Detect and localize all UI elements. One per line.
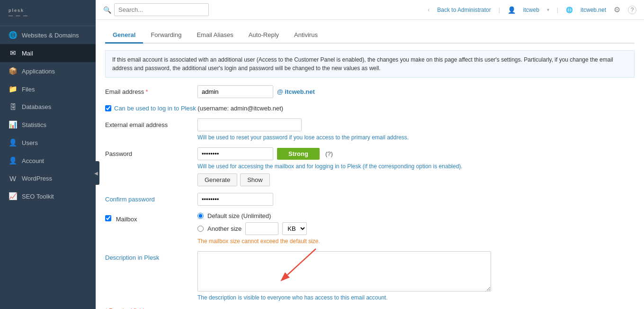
tab-general[interactable]: General: [105, 27, 143, 44]
external-email-hint: Will be used to reset your password if y…: [197, 134, 635, 141]
info-box: If this email account is associated with…: [105, 50, 635, 78]
external-email-row: External email address Will be used to r…: [105, 118, 635, 141]
description-hint: The description is visible to everyone w…: [197, 294, 635, 301]
mailbox-default-row: Default size (Unlimited): [197, 212, 635, 219]
mailbox-size-input[interactable]: [245, 222, 278, 235]
tab-bar: General Forwarding Email Aliases Auto-Re…: [105, 27, 635, 44]
sidebar: plesk — — — 🌐 Websites & Domains ✉ Mail …: [0, 0, 96, 309]
sidebar-label: Files: [22, 86, 35, 93]
sidebar-label: Account: [22, 157, 44, 164]
topbar-right: ‹ Back to Administrator | 👤 itcweb ▾ | 🌐…: [428, 5, 636, 14]
files-icon: 📁: [9, 85, 17, 93]
sidebar-item-databases[interactable]: 🗄 Databases: [0, 98, 96, 116]
can-login-checkbox[interactable]: [105, 105, 111, 111]
mailbox-default-radio[interactable]: [197, 213, 204, 219]
settings-icon[interactable]: ⚙: [614, 5, 620, 14]
logo-sub: — — —: [9, 13, 87, 18]
back-to-admin-link[interactable]: Back to Administrator: [437, 7, 491, 13]
mailbox-another-label: Another size: [207, 225, 242, 232]
external-email-label: External email address: [105, 118, 197, 128]
password-row: Password Strong (?) Will be used for acc…: [105, 147, 635, 186]
confirm-password-controls: [197, 193, 635, 206]
mailbox-checkbox[interactable]: [105, 215, 111, 221]
account-icon: 👤: [9, 156, 17, 165]
sidebar-item-mail[interactable]: ✉ Mail: [0, 44, 96, 62]
mailbox-label-cell: Mailbox: [105, 212, 197, 223]
password-btn-row: Generate Show: [197, 173, 635, 186]
show-button[interactable]: Show: [240, 173, 270, 186]
mailbox-row: Mailbox Default size (Unlimited) Another…: [105, 212, 635, 245]
domain-link[interactable]: itcweb.net: [581, 7, 606, 13]
websites-icon: 🌐: [9, 31, 17, 39]
tab-auto-reply[interactable]: Auto-Reply: [241, 27, 286, 44]
mailbox-another-radio[interactable]: [197, 226, 204, 232]
wordpress-icon: W: [9, 174, 17, 182]
email-input[interactable]: [197, 85, 273, 98]
confirm-password-label: Confirm password: [105, 193, 197, 203]
password-strength: Strong: [277, 148, 320, 160]
description-label: Description in Plesk: [105, 251, 197, 261]
description-row: Description in Plesk The description is …: [105, 251, 635, 301]
mailbox-another-row: Another size KB: [197, 222, 635, 235]
content-area: General Forwarding Email Aliases Auto-Re…: [96, 20, 644, 309]
sidebar-item-seo-toolkit[interactable]: 📈 SEO Toolkit: [0, 187, 96, 205]
help-icon[interactable]: ?: [628, 6, 636, 14]
user-dropdown-icon[interactable]: ▾: [547, 7, 549, 12]
email-domain: @ itcweb.net: [277, 88, 315, 95]
email-controls: @ itcweb.net: [197, 85, 635, 98]
sidebar-item-account[interactable]: 👤 Account: [0, 152, 96, 170]
tab-forwarding[interactable]: Forwarding: [143, 27, 189, 44]
sidebar-item-websites-domains[interactable]: 🌐 Websites & Domains: [0, 26, 96, 44]
password-hint: Will be used for accessing the mailbox a…: [197, 163, 635, 170]
external-email-input[interactable]: [197, 118, 302, 131]
password-controls: Strong (?) Will be used for accessing th…: [197, 147, 635, 186]
sidebar-item-wordpress[interactable]: W WordPress: [0, 170, 96, 187]
form: Email address* @ itcweb.net Can be used …: [105, 85, 635, 309]
info-text: If this email account is associated with…: [112, 56, 613, 72]
users-icon: 👤: [9, 138, 17, 147]
sidebar-item-users[interactable]: 👤 Users: [0, 134, 96, 152]
mailbox-unit-select[interactable]: KB: [282, 222, 307, 235]
sidebar-item-applications[interactable]: 📦 Applications: [0, 62, 96, 80]
sidebar-label: Mail: [22, 50, 33, 57]
user-link[interactable]: itcweb: [523, 7, 539, 13]
tab-antivirus[interactable]: Antivirus: [286, 27, 325, 44]
mailbox-label: Mailbox: [116, 216, 137, 223]
sidebar-item-statistics[interactable]: 📊 Statistics: [0, 116, 96, 134]
can-login-row: Can be used to log in to Plesk (username…: [105, 105, 635, 112]
description-textarea[interactable]: [197, 251, 491, 291]
mailbox-controls: Default size (Unlimited) Another size KB…: [197, 212, 635, 245]
mailbox-radio-group: Default size (Unlimited) Another size KB: [197, 212, 635, 235]
separator: |: [499, 7, 500, 13]
sidebar-collapse-button[interactable]: ◀: [93, 161, 99, 185]
separator2: |: [557, 7, 558, 13]
confirm-password-row: Confirm password: [105, 193, 635, 206]
topbar: 🔍 ‹ Back to Administrator | 👤 itcweb ▾ |…: [96, 0, 644, 20]
sidebar-label: Users: [22, 139, 38, 146]
sidebar-label: WordPress: [22, 175, 52, 182]
password-label: Password: [105, 147, 197, 157]
mailbox-default-label: Default size (Unlimited): [207, 212, 271, 219]
sidebar-label: Websites & Domains: [22, 32, 79, 39]
mail-icon: ✉: [9, 49, 17, 57]
databases-icon: 🗄: [9, 103, 17, 111]
seo-icon: 📈: [9, 192, 17, 200]
search-input[interactable]: [114, 3, 209, 16]
email-label: Email address*: [105, 85, 197, 95]
sidebar-item-files[interactable]: 📁 Files: [0, 80, 96, 98]
search-area: 🔍: [103, 3, 424, 16]
password-help-icon[interactable]: (?): [325, 150, 333, 157]
sidebar-logo: plesk — — —: [0, 0, 96, 26]
statistics-icon: 📊: [9, 120, 17, 129]
sidebar-label: Statistics: [22, 121, 46, 128]
applications-icon: 📦: [9, 67, 17, 75]
email-row: Email address* @ itcweb.net: [105, 85, 635, 98]
generate-button[interactable]: Generate: [197, 173, 237, 186]
tab-email-aliases[interactable]: Email Aliases: [189, 27, 241, 44]
main-content: 🔍 ‹ Back to Administrator | 👤 itcweb ▾ |…: [96, 0, 644, 309]
sidebar-label: SEO Toolkit: [22, 193, 54, 200]
logo-text: plesk: [9, 8, 87, 13]
back-chevron-icon: ‹: [428, 7, 429, 13]
confirm-password-input[interactable]: [197, 193, 273, 206]
password-input[interactable]: [197, 147, 273, 160]
